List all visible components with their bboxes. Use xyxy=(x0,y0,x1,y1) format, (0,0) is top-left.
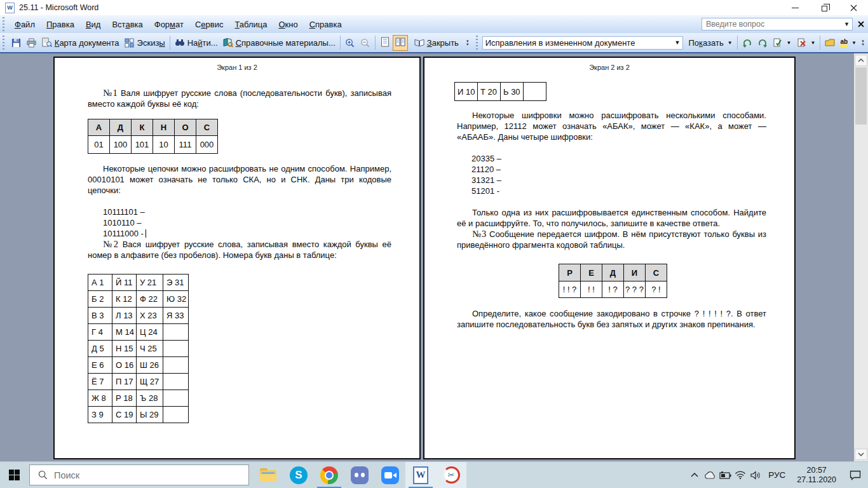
time: 20:57 xyxy=(797,466,836,475)
zoom-button[interactable] xyxy=(375,462,405,488)
thumbnails-button[interactable]: Эскизы xyxy=(122,36,168,49)
table-cell: Ё 7 xyxy=(88,374,112,390)
menu-item-file[interactable]: Файл xyxy=(9,17,41,32)
table-cell: ! ! xyxy=(581,281,602,298)
review-mode-select[interactable]: Исправления в измененном документе ▼ xyxy=(482,36,684,50)
battery-button[interactable] xyxy=(717,462,733,488)
document-page-2[interactable]: Экран 2 из 2 И 10 Т 20 Ь 30 Некоторые ши… xyxy=(423,57,796,459)
menu-item-table[interactable]: Таблица xyxy=(229,17,273,32)
tray-chevron-button[interactable] xyxy=(687,462,702,488)
table-cell: З 9 xyxy=(88,407,112,423)
wifi-button[interactable] xyxy=(733,462,748,488)
menu-item-window[interactable]: Окно xyxy=(273,17,303,32)
discord-button[interactable] xyxy=(344,462,375,488)
actual-page-view-button[interactable] xyxy=(377,35,393,51)
clock[interactable]: 20:57 27.11.2020 xyxy=(790,466,843,485)
search-input[interactable] xyxy=(53,470,224,481)
scrollbar-thumb[interactable] xyxy=(855,67,867,125)
table-cell: Н 15 xyxy=(112,341,137,357)
table-cell: Л 13 xyxy=(112,308,137,324)
accept-change-button[interactable]: ▼ xyxy=(770,36,794,49)
file-explorer-icon xyxy=(260,468,276,482)
toolbar-drag-handle[interactable] xyxy=(2,36,5,50)
table-cell: А xyxy=(88,119,110,136)
find-button[interactable]: Найти... xyxy=(172,36,220,49)
table-cell: ? ! xyxy=(646,281,667,298)
label-part: правочные материалы... xyxy=(241,38,336,48)
show-menu-button[interactable]: Показать ▼ xyxy=(686,37,735,49)
menu-item-tools[interactable]: Сервис xyxy=(189,17,229,32)
word-button[interactable]: W xyxy=(405,462,436,488)
next-change-button[interactable] xyxy=(755,36,770,49)
previous-change-button[interactable] xyxy=(740,36,755,49)
language-indicator[interactable]: РУС xyxy=(763,470,790,480)
paragraph: №3 Сообщение передается шифром. В нём пр… xyxy=(457,229,766,250)
show-label: Показать xyxy=(688,38,723,48)
table-cell xyxy=(163,341,189,357)
vertical-scrollbar[interactable] xyxy=(854,53,868,461)
highlight-button[interactable]: ab ▼ xyxy=(837,37,859,48)
chain-line: 20335 – xyxy=(471,153,766,164)
zoom-in-button[interactable] xyxy=(342,36,358,49)
paragraph-text: Вася шифрует русские слова, записывая вм… xyxy=(88,240,391,260)
insert-comment-button[interactable] xyxy=(822,36,837,49)
save-button[interactable] xyxy=(9,36,24,49)
label-part: вка xyxy=(130,20,143,29)
menu-item-insert[interactable]: Вставка xyxy=(106,17,148,32)
reject-change-button[interactable]: ▼ xyxy=(794,36,818,49)
table-cell: Ч 25 xyxy=(137,341,163,357)
menu-item-help[interactable]: Справка xyxy=(304,17,348,32)
menu-item-view[interactable]: Вид xyxy=(80,17,107,32)
table-cell: К xyxy=(132,119,153,136)
battery-icon xyxy=(719,471,731,479)
allow-multiple-pages-button[interactable] xyxy=(393,35,408,51)
ask-question-input[interactable] xyxy=(702,18,853,30)
menu-item-edit[interactable]: Правка xyxy=(41,17,80,32)
table-cell: ! ! ? xyxy=(559,281,581,298)
scroll-up-button[interactable] xyxy=(855,55,867,66)
question-dropdown-icon[interactable]: ▼ xyxy=(842,18,851,30)
alphabet-table-continued: И 10 Т 20 Ь 30 xyxy=(454,82,546,101)
print-button[interactable] xyxy=(24,36,39,49)
zoom-out-button[interactable] xyxy=(358,36,373,49)
menu-item-format[interactable]: Формат xyxy=(149,17,189,32)
toolbar-options-icon[interactable]: ▾▾ xyxy=(859,34,867,51)
minimize-button[interactable] xyxy=(780,0,810,15)
close-icon xyxy=(850,4,857,11)
skype-button[interactable]: S xyxy=(283,462,314,488)
close-button[interactable] xyxy=(839,0,868,15)
table-cell: Д 5 xyxy=(88,341,112,357)
toolbar-options-icon[interactable]: ▾▾ xyxy=(464,34,471,51)
table-cell: Й 11 xyxy=(112,274,137,291)
table-cell: Г 4 xyxy=(88,324,112,341)
search-icon xyxy=(37,470,48,480)
toolbar-drag-handle[interactable] xyxy=(475,36,478,50)
label-part: Ф xyxy=(15,20,21,29)
next-change-icon xyxy=(757,37,768,48)
snipping-tool-button[interactable]: ✂ xyxy=(436,462,466,488)
close-reading-button[interactable]: Закрыть xyxy=(412,36,461,49)
menubar-close-button[interactable] xyxy=(858,21,864,27)
taskbar-search[interactable] xyxy=(29,464,249,485)
volume-button[interactable] xyxy=(748,462,763,488)
label-part: рвис xyxy=(206,20,224,29)
action-center-button[interactable] xyxy=(843,462,868,488)
toolbar-drag-handle[interactable] xyxy=(2,17,5,31)
onedrive-button[interactable] xyxy=(702,462,717,488)
table-cell: 111 xyxy=(175,136,196,154)
chain-line: 10111101 – xyxy=(103,207,391,217)
document-map-button[interactable]: Карта документа xyxy=(39,36,122,49)
scroll-down-button[interactable] xyxy=(855,449,867,460)
open-book-icon xyxy=(414,37,424,48)
file-explorer-button[interactable] xyxy=(253,462,283,488)
start-button[interactable] xyxy=(0,462,28,488)
research-button[interactable]: Справочные материалы... xyxy=(220,36,338,49)
restore-button[interactable] xyxy=(810,0,839,15)
zoom-out-icon xyxy=(360,37,370,48)
restore-icon xyxy=(822,6,827,11)
chain-line: 51201 - xyxy=(471,186,766,196)
label-part: Т xyxy=(234,20,239,29)
zoom-in-icon xyxy=(345,37,355,48)
document-page-1[interactable]: Экран 1 из 2 №1 Валя шифрует русские сло… xyxy=(53,57,421,459)
chrome-button[interactable] xyxy=(314,462,344,488)
